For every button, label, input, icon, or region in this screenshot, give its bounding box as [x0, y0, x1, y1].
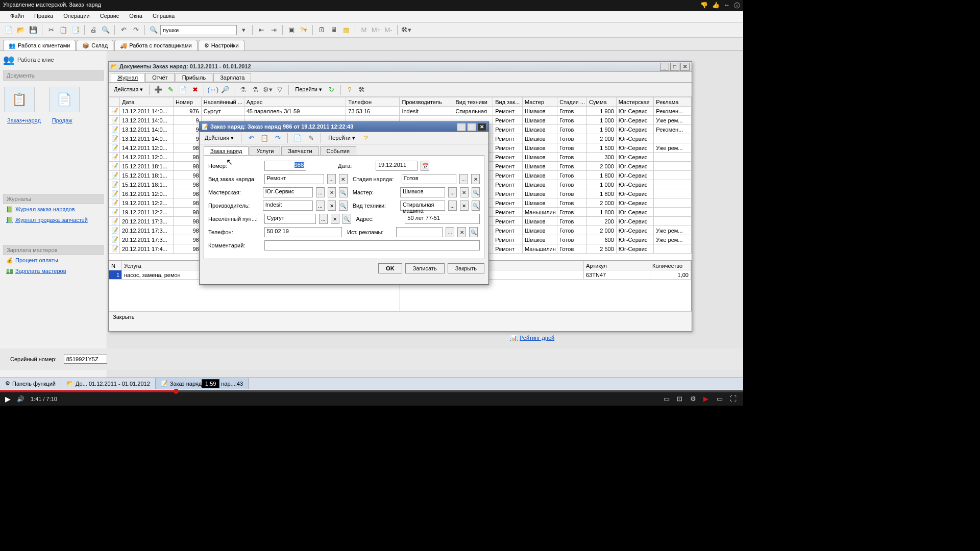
new-icon[interactable]: 📄	[3, 24, 14, 36]
tab-report[interactable]: Отчёт	[145, 73, 174, 82]
link-percent[interactable]: 💰 Процент оплаты	[3, 255, 104, 266]
menu-service[interactable]: Сервис	[95, 11, 125, 22]
modal-minimize-icon[interactable]: _	[457, 123, 466, 131]
theater-icon[interactable]: ▭	[717, 395, 725, 403]
techtype-input[interactable]: Стиральная машина	[400, 201, 446, 211]
volume-icon[interactable]: 🔊	[17, 395, 24, 403]
nav-last-icon[interactable]: ⇥	[268, 24, 279, 36]
menu-edit[interactable]: Правка	[29, 11, 58, 22]
undo-icon[interactable]: ↶	[118, 24, 129, 36]
redo-icon[interactable]: ↷	[130, 24, 141, 36]
search-icon[interactable]: 🔍	[342, 214, 351, 224]
tab-suppliers[interactable]: 🚚 Работа с поставщиками	[114, 40, 197, 51]
delete-icon[interactable]: ✖	[189, 84, 201, 95]
modal-close-icon[interactable]: ✕	[477, 123, 486, 131]
select-icon[interactable]: ...	[316, 201, 325, 211]
yt-progress[interactable]	[0, 390, 743, 392]
clear-icon[interactable]: ✕	[460, 201, 469, 211]
menu-operations[interactable]: Операции	[58, 11, 94, 22]
select-icon[interactable]: ...	[446, 227, 454, 237]
tab-order[interactable]: Заказ наряд	[204, 146, 249, 155]
goto-dropdown[interactable]: Перейти ▾	[292, 86, 325, 93]
select-icon[interactable]: ...	[448, 187, 457, 197]
col-city[interactable]: Населённый ...	[201, 97, 244, 107]
cc-icon[interactable]: ⊡	[677, 395, 685, 403]
tab-services[interactable]: Услуги	[250, 146, 280, 155]
sort-icon[interactable]: ▽	[274, 84, 285, 95]
search-icon[interactable]: 🔍	[472, 201, 480, 211]
nav-fwd-icon[interactable]: ↷	[272, 133, 283, 144]
add-icon[interactable]: ➕	[153, 84, 164, 95]
modal-actions[interactable]: Действия ▾	[202, 135, 237, 141]
select-icon[interactable]: ...	[327, 174, 336, 184]
nav-back-icon[interactable]: ↶	[246, 133, 257, 144]
col-ad[interactable]: Реклама	[654, 97, 692, 107]
menu-help[interactable]: Справка	[148, 11, 180, 22]
search-icon[interactable]: 🔍	[148, 24, 159, 36]
search-icon[interactable]: 🔍	[469, 227, 478, 237]
link-salary[interactable]: 💵 Зарплата мастеров	[3, 266, 104, 277]
flag-icon[interactable]: ▦	[340, 24, 352, 36]
share-icon[interactable]: ↔	[724, 2, 730, 10]
date-input[interactable]: 19.12.2011	[376, 161, 418, 171]
nav-list-icon[interactable]: 📋	[259, 133, 270, 144]
tools-icon[interactable]: 🛠▾	[401, 24, 412, 36]
refresh-icon[interactable]: ↻	[326, 84, 337, 95]
info-icon[interactable]: ⓘ	[734, 2, 740, 10]
master-input[interactable]: Шмаков	[400, 187, 446, 197]
col-workshop[interactable]: Мастерская	[616, 97, 654, 107]
thumb-down-icon[interactable]: 👎	[700, 2, 708, 10]
calc-icon[interactable]: 🖩	[328, 24, 339, 36]
task-panel[interactable]: ⚙ Панель функций	[0, 378, 61, 389]
search-icon[interactable]: 🔍	[339, 201, 348, 211]
col-techtype[interactable]: Вид техники	[453, 97, 493, 107]
search-icon[interactable]: 🔍	[472, 187, 480, 197]
col-phone[interactable]: Телефон	[346, 97, 400, 107]
tab-journal[interactable]: Журнал	[111, 73, 144, 82]
fullscreen-icon[interactable]: ⛶	[730, 395, 738, 403]
clear-icon[interactable]: ✕	[457, 227, 466, 237]
serial-input[interactable]	[64, 355, 107, 364]
tab-parts[interactable]: Запчасти	[281, 146, 318, 155]
col-date[interactable]: Дата	[120, 97, 174, 107]
dropdown-icon[interactable]: ▾	[238, 24, 249, 36]
link-journal-orders[interactable]: 📗 Журнал заказ-нарядов	[3, 204, 104, 215]
copy-icon-2[interactable]: 📄	[292, 133, 303, 144]
print-icon[interactable]: 🖨	[88, 24, 99, 36]
task-doc[interactable]: 📂 До... 01.12.2011 - 01.01.2012	[61, 378, 156, 389]
link-sale[interactable]: Продаж	[49, 115, 80, 126]
doc-icon-2[interactable]: 📄	[49, 87, 80, 112]
toolbar-search-input[interactable]	[160, 25, 237, 35]
clear-icon[interactable]: ✕	[471, 174, 480, 184]
ok-button[interactable]: OK	[378, 263, 402, 273]
cast-icon[interactable]: ▭	[664, 395, 672, 403]
config-icon[interactable]: 🛠	[356, 84, 368, 95]
range-icon[interactable]: (↔)	[207, 84, 218, 95]
link-journal-sales[interactable]: 📗 Журнал продажа запчастей	[3, 215, 104, 226]
m-plus-icon[interactable]: M+	[371, 24, 382, 36]
edit-icon[interactable]: ✎	[165, 84, 176, 95]
select-icon[interactable]: ...	[459, 174, 468, 184]
manufacturer-input[interactable]: Indesit	[263, 201, 313, 211]
select-icon[interactable]: ...	[316, 187, 325, 197]
phone-input[interactable]: 50 02 19	[264, 227, 342, 237]
col-stage[interactable]: Стадия ...	[557, 97, 587, 107]
tab-salary[interactable]: Зарплата	[213, 73, 251, 82]
search-icon[interactable]: 🔍	[339, 187, 348, 197]
save-button[interactable]: Записать	[405, 263, 445, 273]
copy-icon[interactable]: 📋	[58, 24, 69, 36]
close-button[interactable]: Закрыть	[448, 263, 484, 273]
windows-icon[interactable]: ▣	[286, 24, 297, 36]
doc-icon[interactable]: 📋	[4, 87, 35, 112]
table-row[interactable]: 📝13.12.2011 14:0...976Сургут45 параллель…	[109, 107, 692, 116]
number-input[interactable]: 986	[264, 161, 306, 171]
tab-warehouse[interactable]: 📦 Склад	[77, 40, 113, 51]
modal-goto[interactable]: Перейти ▾	[325, 135, 358, 141]
help-icon-2[interactable]: ?	[344, 84, 355, 95]
save-icon[interactable]: 💾	[28, 24, 39, 36]
order-type-input[interactable]: Ремонт	[264, 174, 325, 184]
cut-icon[interactable]: ✂	[45, 24, 57, 36]
maximize-icon[interactable]: □	[670, 63, 679, 71]
modal-help-icon[interactable]: ?	[360, 133, 372, 144]
adsource-input[interactable]	[396, 227, 443, 237]
